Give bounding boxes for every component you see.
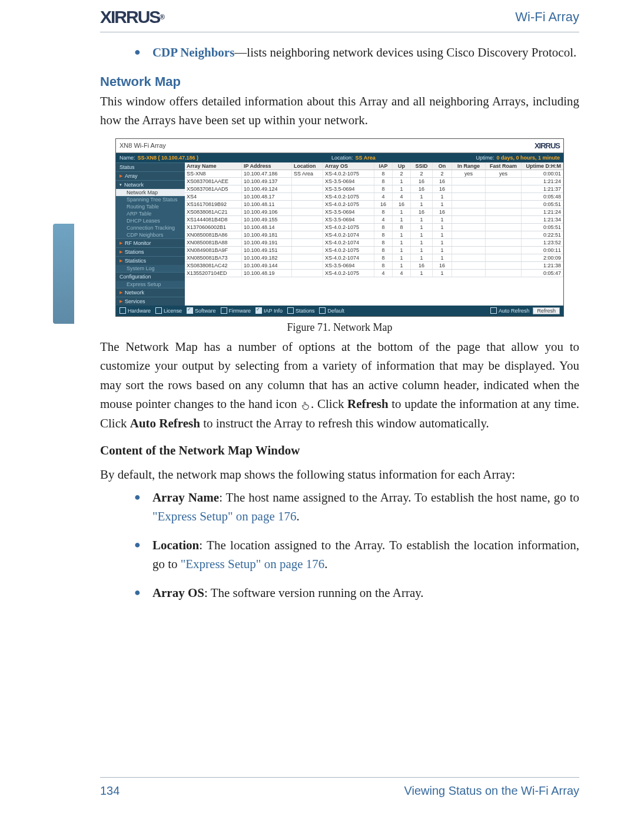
table-cell <box>452 262 486 269</box>
bullet-term: Location <box>152 538 199 552</box>
checkbox-label: Firmware <box>229 308 251 314</box>
nav-services[interactable]: ▶Services <box>116 297 185 306</box>
table-cell: 1 <box>411 247 433 254</box>
page-number: 134 <box>100 784 119 798</box>
shot-name-value: SS-XN8 ( 10.100.47.186 ) <box>138 155 199 161</box>
table-row[interactable]: SS-XN810.100.47.186SS AreaXS-4.0.2-10758… <box>185 170 563 178</box>
bullet-cdp-neighbors: ● CDP Neighbors—lists neighboring networ… <box>134 44 579 62</box>
nav-configuration[interactable]: Configuration <box>116 272 185 281</box>
table-cell: XS-4.0.2-1075 <box>323 193 374 200</box>
table-cell <box>292 185 323 193</box>
column-header[interactable]: IAP <box>374 162 393 170</box>
column-header[interactable]: Up <box>393 162 411 170</box>
table-cell <box>486 239 522 246</box>
table-row[interactable]: XN0850081BA8610.100.49.181XS-4.0.2-10748… <box>185 231 563 239</box>
shot-window-title: XN8 Wi-Fi Array <box>119 142 166 149</box>
table-row[interactable]: XN0849081BA9F10.100.49.151XS-4.0.2-10758… <box>185 247 563 254</box>
table-cell: SS-XN8 <box>185 170 242 177</box>
table-row[interactable]: XS0838081AC4210.100.49.144XS-3.5-0694811… <box>185 262 563 270</box>
table-cell: 1 <box>433 216 452 223</box>
nav-item[interactable]: Spanning Tree Status <box>116 196 185 203</box>
table-cell: 1 <box>411 239 433 246</box>
nav-statistics[interactable]: ▶Statistics <box>116 256 185 265</box>
table-cell: 1 <box>411 270 433 277</box>
nav-item[interactable]: Routing Table <box>116 203 185 210</box>
shot-titlebar: XN8 Wi-Fi Array XIRRUS <box>116 139 563 153</box>
nav-system-log[interactable]: System Log <box>116 265 185 272</box>
nav-item[interactable]: CDP Neighbors <box>116 231 185 238</box>
table-cell: 8 <box>374 254 393 261</box>
table-cell: 2 <box>411 170 433 177</box>
bullet-text: lists neighboring network devices using … <box>247 45 576 59</box>
table-row[interactable]: XS410.100.48.17XS-4.0.2-107544110:05:48 <box>185 193 563 201</box>
checkbox-label: Stations <box>296 308 315 314</box>
cross-reference-link[interactable]: "Express Setup" on page 176 <box>152 509 297 523</box>
nav-network-cfg[interactable]: ▶Network <box>116 288 185 297</box>
footer-checkbox[interactable]: Firmware <box>221 307 251 314</box>
table-cell: 8 <box>374 231 393 238</box>
table-cell: XS-4.0.2-1075 <box>323 170 374 177</box>
column-header[interactable]: Location <box>292 162 323 170</box>
table-cell: 1 <box>393 254 411 261</box>
table-row[interactable]: XS0838081AC2110.100.49.106XS-3.5-0694811… <box>185 208 563 216</box>
nav-express-setup[interactable]: Express Setup <box>116 281 185 288</box>
nav-item[interactable]: Connection Tracking <box>116 224 185 231</box>
footer-checkbox[interactable]: Software <box>187 307 216 314</box>
nav-rf-monitor[interactable]: ▶RF Monitor <box>116 238 185 247</box>
nav-stations[interactable]: ▶Stations <box>116 247 185 256</box>
table-row[interactable]: XS0837081AAEE10.100.49.137XS-3.5-0694811… <box>185 178 563 185</box>
table-cell <box>292 201 323 208</box>
section-heading-network-map: Network Map <box>100 74 579 89</box>
footer-checkbox[interactable]: License <box>155 307 182 314</box>
link-cdp-neighbors[interactable]: CDP Neighbors <box>152 45 234 59</box>
column-header[interactable]: In Range <box>452 162 486 170</box>
table-row[interactable]: XS0837081AAD510.100.49.124XS-3.5-0694811… <box>185 185 563 193</box>
column-header[interactable]: Array OS <box>323 162 374 170</box>
footer-checkbox[interactable]: Hardware <box>119 307 151 314</box>
nav-item[interactable]: ARP Table <box>116 210 185 217</box>
table-cell: 1:21:38 <box>522 262 563 269</box>
checkbox-icon <box>255 307 262 314</box>
table-cell: 1 <box>411 193 433 200</box>
nav-array[interactable]: ▶Array <box>116 171 185 180</box>
checkbox-icon <box>319 307 326 314</box>
table-cell: 16 <box>411 208 433 215</box>
column-header[interactable]: SSID <box>411 162 433 170</box>
footer-checkbox[interactable]: Default <box>319 307 344 314</box>
nav-status[interactable]: Status <box>116 162 185 171</box>
table-cell: 8 <box>374 262 393 269</box>
table-cell: 1:21:34 <box>522 216 563 223</box>
nav-item[interactable]: DHCP Leases <box>116 217 185 224</box>
table-cell: 10.100.49.144 <box>242 262 292 269</box>
table-cell <box>486 270 522 277</box>
table-row[interactable]: XS16170819B9210.100.48.11XS-4.0.2-107516… <box>185 201 563 208</box>
column-header[interactable]: IP Address <box>242 162 292 170</box>
column-header[interactable]: On <box>433 162 452 170</box>
cross-reference-link[interactable]: "Express Setup" on page 176 <box>181 557 325 571</box>
column-header[interactable]: Uptime D:H:M <box>522 162 563 170</box>
nav-network[interactable]: ▾Network <box>116 180 185 189</box>
table-cell: XS-4.0.2-1074 <box>323 254 374 261</box>
table-cell: SS Area <box>292 170 323 177</box>
refresh-button[interactable]: Refresh <box>533 307 560 314</box>
footer-checkbox[interactable]: IAP Info <box>255 307 283 314</box>
table-row[interactable]: XN0850081BA8810.100.49.191XS-4.0.2-10748… <box>185 239 563 247</box>
column-header[interactable]: Fast Roam <box>486 162 522 170</box>
table-cell: 1:21:24 <box>522 178 563 185</box>
table-row[interactable]: X1370606002B110.100.48.14XS-4.0.2-107588… <box>185 224 563 231</box>
table-cell: 1 <box>433 239 452 246</box>
chevron-right-icon: ▶ <box>119 258 122 263</box>
footer-checkbox[interactable]: Stations <box>287 307 315 314</box>
table-cell: 10.100.48.17 <box>242 193 292 200</box>
column-header[interactable]: Array Name <box>185 162 242 170</box>
table-cell: 8 <box>374 247 393 254</box>
auto-refresh-checkbox[interactable]: Auto Refresh <box>490 307 530 314</box>
nav-item[interactable]: Network Map <box>116 189 185 196</box>
table-cell: 10.100.49.181 <box>242 231 292 238</box>
table-cell: 1 <box>433 231 452 238</box>
table-cell: 0:00:01 <box>522 170 563 177</box>
table-row[interactable]: XS1444081B4D810.100.49.155XS-3.5-0694411… <box>185 216 563 224</box>
table-row[interactable]: X1355207104ED10.100.48.19XS-4.0.2-107544… <box>185 270 563 277</box>
checkbox-icon <box>187 307 193 314</box>
table-row[interactable]: XN0850081BA7310.100.49.182XS-4.0.2-10748… <box>185 254 563 262</box>
